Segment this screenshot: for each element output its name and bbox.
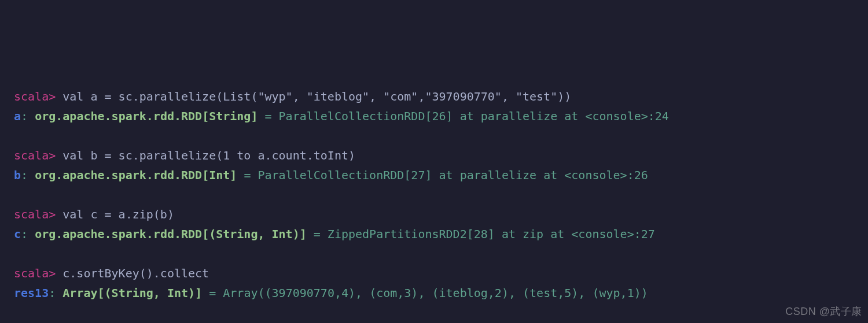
result-var: b bbox=[14, 168, 21, 182]
terminal-line: scala> val b = sc.parallelize(1 to a.cou… bbox=[14, 146, 854, 165]
repl-prompt: scala> bbox=[14, 266, 56, 280]
repl-input: val b = sc.parallelize(1 to a.count.toIn… bbox=[56, 148, 355, 162]
result-var: res13 bbox=[14, 286, 49, 300]
terminal-line: b: org.apache.spark.rdd.RDD[Int] = Paral… bbox=[14, 165, 854, 185]
repl-input: c.sortByKey().collect bbox=[56, 266, 209, 280]
terminal-line bbox=[14, 126, 854, 146]
result-value: = ParallelCollectionRDD[27] at paralleli… bbox=[237, 168, 648, 182]
watermark-text: CSDN @武子康 bbox=[785, 303, 862, 321]
result-var: c bbox=[14, 227, 21, 241]
terminal-line: scala> val c = a.zip(b) bbox=[14, 205, 854, 224]
result-type: org.apache.spark.rdd.RDD[(String, Int)] bbox=[35, 227, 307, 241]
repl-input: val a = sc.parallelize(List("wyp", "iteb… bbox=[56, 90, 571, 103]
repl-prompt: scala> bbox=[14, 207, 56, 221]
terminal-line: scala> val a = sc.parallelize(List("wyp"… bbox=[14, 87, 854, 106]
repl-prompt: scala> bbox=[14, 90, 56, 103]
repl-prompt: scala> bbox=[14, 148, 56, 162]
repl-input: val c = a.zip(b) bbox=[56, 207, 174, 221]
terminal-line: c: org.apache.spark.rdd.RDD[(String, Int… bbox=[14, 224, 854, 244]
result-value: = ZippedPartitionsRDD2[28] at zip at <co… bbox=[307, 227, 655, 241]
result-value: = Array((397090770,4), (com,3), (iteblog… bbox=[202, 286, 648, 300]
result-var: a bbox=[14, 109, 21, 123]
terminal-line: scala> c.sortByKey().collect bbox=[14, 263, 854, 283]
result-type: org.apache.spark.rdd.RDD[Int] bbox=[35, 168, 237, 182]
terminal-line bbox=[14, 303, 854, 322]
result-type: org.apache.spark.rdd.RDD[String] bbox=[35, 109, 258, 123]
terminal-line bbox=[14, 244, 854, 263]
terminal-line bbox=[14, 185, 854, 205]
terminal-line: a: org.apache.spark.rdd.RDD[String] = Pa… bbox=[14, 106, 854, 126]
result-value: = ParallelCollectionRDD[26] at paralleli… bbox=[258, 109, 668, 123]
terminal-output[interactable]: scala> val a = sc.parallelize(List("wyp"… bbox=[14, 87, 854, 323]
terminal-line: res13: Array[(String, Int)] = Array((397… bbox=[14, 283, 854, 303]
result-type: Array[(String, Int)] bbox=[62, 286, 202, 300]
